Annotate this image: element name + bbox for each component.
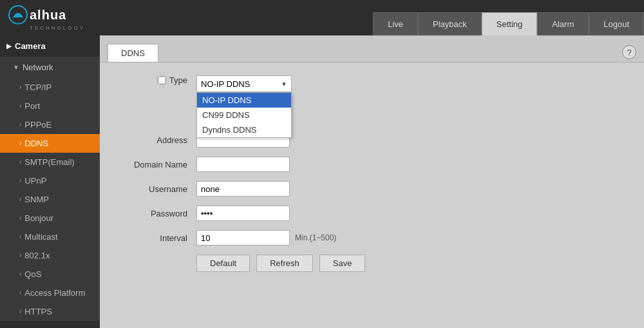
sidebar-label-https: HTTPS xyxy=(24,307,52,316)
sidebar-item-bonjour[interactable]: › Bonjour xyxy=(0,209,100,227)
tab-playback[interactable]: Playback xyxy=(418,12,482,35)
sidebar-label-port: Port xyxy=(24,101,40,111)
sidebar-item-qos[interactable]: › QoS xyxy=(0,265,100,284)
ddns-arrow-icon: › xyxy=(19,140,21,147)
multicast-arrow-icon: › xyxy=(19,233,21,240)
type-checkbox[interactable] xyxy=(158,76,166,84)
sidebar-item-upnp[interactable]: › UPnP xyxy=(0,171,100,190)
sidebar-item-access-platform[interactable]: › Access Platform xyxy=(0,284,100,302)
domain-name-label: Domain Name xyxy=(134,160,187,169)
sidebar-item-multicast[interactable]: › Multicast xyxy=(0,227,100,246)
domain-name-row: Domain Name xyxy=(119,157,625,172)
password-row: Password xyxy=(119,206,625,221)
dropdown-option-cn99[interactable]: CN99 DDNS xyxy=(197,108,291,122)
smtp-arrow-icon: › xyxy=(19,159,21,166)
sidebar-label-pppoe: PPPoE xyxy=(24,120,52,130)
sidebar-label-ddns: DDNS xyxy=(24,139,48,148)
type-dropdown[interactable]: NO-IP DDNS ▼ NO-IP DDNS CN99 DDNS Dyndns… xyxy=(196,75,292,92)
default-button[interactable]: Default xyxy=(196,255,250,272)
address-row: Address xyxy=(119,132,625,148)
sidebar-label-multicast: Multicast xyxy=(24,232,57,242)
buttons-row: Default Refresh Save xyxy=(119,255,625,272)
dropdown-arrow-icon: ▼ xyxy=(281,81,287,88)
sidebar-label-upnp: UPnP xyxy=(24,176,46,186)
password-input[interactable] xyxy=(196,206,290,221)
logo-icon xyxy=(8,5,28,25)
bonjour-arrow-icon: › xyxy=(19,215,21,222)
tcpip-arrow-icon: › xyxy=(19,84,21,91)
snmp-arrow-icon: › xyxy=(19,196,21,203)
sidebar-item-pppoe[interactable]: › PPPoE xyxy=(0,115,100,134)
sidebar-item-snmp[interactable]: › SNMP xyxy=(0,190,100,209)
https-arrow-icon: › xyxy=(19,308,21,315)
sidebar-item-port[interactable]: › Port xyxy=(0,97,100,115)
page-tab-label: DDNS xyxy=(108,44,158,62)
sidebar-label-qos: QoS xyxy=(24,269,41,279)
sidebar-item-8021x[interactable]: › 802.1x xyxy=(0,246,100,265)
username-input[interactable] xyxy=(196,181,290,197)
address-label: Address xyxy=(156,135,187,145)
type-dropdown-list: NO-IP DDNS CN99 DDNS Dyndns DDNS xyxy=(196,92,292,138)
help-button[interactable]: ? xyxy=(622,45,636,59)
content-area: DDNS ? Type NO-IP DDNS ▼ NO-IP DDNS xyxy=(100,35,644,328)
pppoe-arrow-icon: › xyxy=(19,121,21,128)
type-label: Type xyxy=(169,75,187,85)
sidebar-item-camera[interactable]: ▶ Camera xyxy=(0,35,100,57)
sidebar-label-tcpip: TCP/IP xyxy=(24,82,52,92)
interval-row: Interval Min.(1~500) xyxy=(119,230,625,246)
save-button[interactable]: Save xyxy=(319,255,366,272)
8021x-arrow-icon: › xyxy=(19,252,21,259)
tab-setting[interactable]: Setting xyxy=(482,12,537,35)
sidebar-label-smtp: SMTP(Email) xyxy=(24,157,74,167)
camera-arrow-icon: ▶ xyxy=(6,43,12,50)
sidebar-label-bonjour: Bonjour xyxy=(24,213,53,223)
upnp-arrow-icon: › xyxy=(19,177,21,184)
sidebar-item-ddns[interactable]: › DDNS xyxy=(0,134,100,153)
domain-name-input[interactable] xyxy=(196,157,290,172)
type-row: Type NO-IP DDNS ▼ NO-IP DDNS CN99 DDNS D… xyxy=(119,75,625,92)
interval-hint: Min.(1~500) xyxy=(295,233,336,242)
sidebar-label-access-platform: Access Platform xyxy=(24,288,85,298)
interval-input[interactable] xyxy=(196,230,290,246)
dropdown-option-noip[interactable]: NO-IP DDNS xyxy=(197,93,291,108)
username-row: Username xyxy=(119,181,625,197)
sidebar-label-camera: Camera xyxy=(15,41,46,51)
content-header: DDNS ? xyxy=(100,35,644,63)
interval-label: Interval xyxy=(160,233,187,243)
network-arrow-icon: ▼ xyxy=(13,64,19,71)
logo-brand: alhua xyxy=(30,8,66,23)
sidebar-item-network[interactable]: ▼ Network xyxy=(0,57,100,78)
type-selected-value: NO-IP DDNS xyxy=(201,79,250,89)
sidebar: ▶ Camera ▼ Network › TCP/IP › Port › PPP… xyxy=(0,35,100,328)
sidebar-item-tcpip[interactable]: › TCP/IP xyxy=(0,78,100,97)
logo: alhua TECHNOLOGY xyxy=(0,1,100,35)
sidebar-label-snmp: SNMP xyxy=(24,195,49,204)
username-label: Username xyxy=(149,184,187,194)
sidebar-item-event[interactable]: ▶ Event xyxy=(0,321,100,328)
sidebar-item-smtp[interactable]: › SMTP(Email) xyxy=(0,153,100,171)
sidebar-label-network: Network xyxy=(23,63,53,72)
refresh-button[interactable]: Refresh xyxy=(256,255,313,272)
tab-logout[interactable]: Logout xyxy=(589,12,644,35)
password-label: Password xyxy=(151,209,187,218)
form-area: Type NO-IP DDNS ▼ NO-IP DDNS CN99 DDNS D… xyxy=(100,63,644,328)
logo-sub: TECHNOLOGY xyxy=(30,25,85,31)
tab-live[interactable]: Live xyxy=(373,12,418,35)
sidebar-item-https[interactable]: › HTTPS xyxy=(0,302,100,321)
sidebar-label-8021x: 802.1x xyxy=(24,251,50,260)
qos-arrow-icon: › xyxy=(19,271,21,278)
tab-alarm[interactable]: Alarm xyxy=(537,12,589,35)
dropdown-option-dyndns[interactable]: Dyndns DDNS xyxy=(197,122,291,137)
port-arrow-icon: › xyxy=(19,102,21,110)
access-platform-arrow-icon: › xyxy=(19,289,21,296)
